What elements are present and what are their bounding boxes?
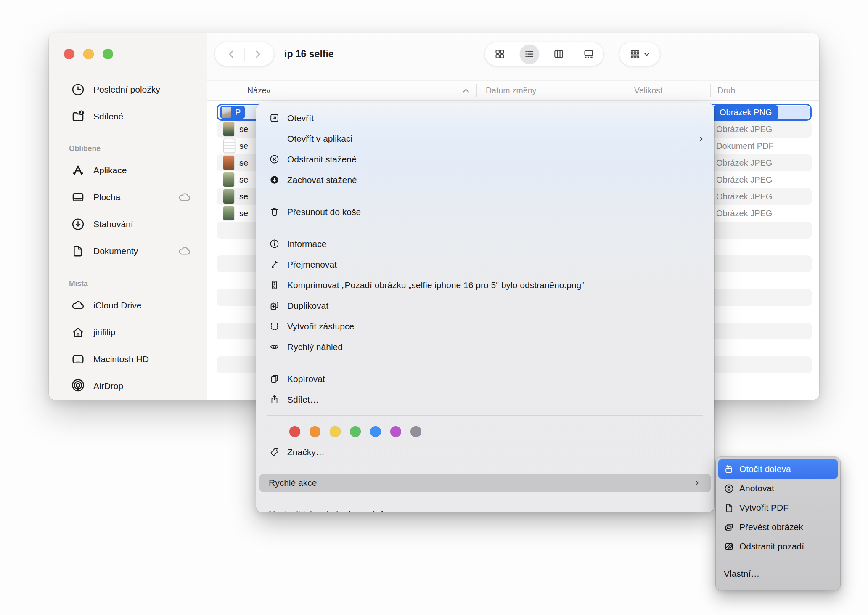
rename-pencil-icon [269, 259, 280, 270]
view-list-button[interactable] [515, 42, 544, 66]
tag-gray[interactable] [410, 426, 421, 437]
tag-yellow[interactable] [330, 426, 341, 437]
gallery-view-icon [583, 48, 594, 60]
menu-item-label: Komprimovat „Pozadí obrázku „selfie ipho… [287, 280, 584, 290]
menu-item-label: Duplikovat [287, 301, 328, 311]
quick-actions-submenu: Otočit doleva Anotovat Vytvořit PDF Přev… [716, 457, 840, 590]
submenu-item-remove-background[interactable]: Odstranit pozadí [718, 537, 838, 556]
file-thumbnail [223, 122, 234, 136]
column-header-kind[interactable]: Druh [717, 86, 735, 95]
chevron-right-icon [252, 49, 263, 60]
file-kind: Obrázek JPEG [716, 158, 772, 168]
cloud-icon [71, 299, 85, 313]
file-thumbnail [223, 189, 234, 204]
zoom-button[interactable] [103, 49, 113, 59]
file-name: se [239, 192, 248, 201]
submenu-item-annotate[interactable]: Anotovat [718, 479, 838, 498]
menu-separator [267, 468, 703, 468]
menu-item-move-to-trash[interactable]: Přesunout do koše [256, 201, 714, 222]
alias-icon [269, 321, 280, 331]
menu-item-duplicate[interactable]: Duplikovat [256, 295, 714, 316]
menu-item-label: Otevřít [287, 113, 314, 123]
sidebar-item-shared[interactable]: Sdílené [49, 107, 207, 126]
forward-button[interactable] [245, 42, 271, 66]
chevron-right-icon [693, 478, 701, 488]
remove-download-icon [269, 154, 280, 164]
chevron-down-icon [643, 50, 651, 58]
clock-icon [71, 83, 85, 97]
sidebar-item-desktop[interactable]: Plocha [49, 188, 207, 207]
back-button[interactable] [218, 42, 244, 66]
sidebar-item-label: Dokumenty [93, 246, 138, 256]
submenu-item-custom[interactable]: Vlastní… [718, 564, 838, 583]
close-button[interactable] [64, 49, 74, 59]
view-icons-button[interactable] [485, 42, 515, 66]
menu-item-rename[interactable]: Přejmenovat [256, 254, 714, 275]
keep-download-icon [269, 175, 280, 185]
file-kind: Obrázek JPEG [716, 125, 772, 134]
menu-item-quick-look[interactable]: Rychlý náhled [256, 337, 714, 357]
file-name: se [239, 158, 248, 168]
file-name: se [239, 175, 248, 185]
navigation-buttons [215, 42, 274, 66]
submenu-item-convert-image[interactable]: Převést obrázek [718, 517, 838, 537]
column-header-name[interactable]: Název [247, 86, 270, 95]
menu-item-make-alias[interactable]: Vytvořit zástupce [256, 316, 714, 337]
tag-red[interactable] [289, 426, 300, 437]
menu-item-label: Otevřít v aplikaci [287, 134, 352, 144]
sidebar-item-icloud-drive[interactable]: iCloud Drive [49, 296, 207, 315]
menu-item-tags[interactable]: Značky… [256, 442, 714, 462]
cloud-icon [178, 244, 191, 258]
menu-item-label: Značky… [287, 447, 325, 457]
sidebar-item-macintosh-hd[interactable]: Macintosh HD [49, 350, 207, 368]
cloud-icon [178, 191, 191, 204]
sidebar: Poslední položky Sdílené Oblíbené Aplika… [49, 33, 207, 400]
view-columns-button[interactable] [544, 42, 574, 66]
tag-blue[interactable] [370, 426, 381, 437]
file-thumbnail [223, 139, 235, 153]
menu-item-set-desktop-picture[interactable]: Nastavit jako obrázek na ploše [256, 504, 714, 512]
sidebar-item-applications[interactable]: Aplikace [49, 161, 207, 180]
file-name: se [239, 209, 248, 218]
submenu-item-label: Vytvořit PDF [739, 503, 789, 513]
menu-item-copy[interactable]: Kopírovat [256, 368, 714, 389]
menu-item-compress[interactable]: Komprimovat „Pozadí obrázku „selfie ipho… [256, 275, 714, 295]
sidebar-item-label: iCloud Drive [93, 300, 141, 310]
annotate-icon [724, 483, 734, 494]
remove-background-icon [724, 541, 734, 552]
file-kind: Obrázek JPEG [716, 192, 772, 201]
sidebar-item-documents[interactable]: Dokumenty [49, 242, 207, 260]
convert-image-icon [724, 522, 734, 533]
sidebar-item-airdrop[interactable]: AirDrop [49, 377, 207, 395]
sidebar-item-label: AirDrop [93, 381, 123, 391]
column-header-date[interactable]: Datum změny [486, 86, 536, 95]
window-title: ip 16 selfie [284, 42, 334, 66]
sidebar-item-label: Stahování [93, 219, 133, 229]
menu-item-keep-download[interactable]: Zachovat stažené [256, 170, 714, 190]
tag-green[interactable] [350, 426, 361, 437]
columns-view-icon [553, 48, 564, 60]
menu-item-open-with[interactable]: Otevřít v aplikaci [256, 128, 714, 149]
file-thumbnail [223, 172, 234, 187]
sort-ascending-icon [462, 88, 470, 93]
group-by-button[interactable] [619, 42, 660, 66]
menu-item-open[interactable]: Otevřít [256, 108, 714, 128]
column-header-size[interactable]: Velikost [634, 86, 662, 95]
sidebar-item-downloads[interactable]: Stahování [49, 215, 207, 233]
sidebar-item-home[interactable]: jirifilip [49, 323, 207, 342]
hdd-icon [71, 353, 85, 366]
view-gallery-button[interactable] [574, 42, 603, 66]
tag-orange[interactable] [310, 426, 320, 437]
file-kind-badge: Obrázek PNG [713, 105, 778, 119]
sidebar-item-recents[interactable]: Poslední položky [49, 80, 207, 99]
submenu-item-create-pdf[interactable]: Vytvořit PDF [718, 498, 838, 517]
menu-item-quick-actions[interactable]: Rychlé akce [259, 474, 711, 492]
tag-purple[interactable] [390, 426, 401, 437]
submenu-item-label: Odstranit pozadí [739, 541, 804, 551]
submenu-item-rotate-left[interactable]: Otočit doleva [718, 459, 838, 479]
menu-item-remove-download[interactable]: Odstranit stažené [256, 149, 714, 170]
menu-item-share[interactable]: Sdílet… [256, 389, 714, 410]
menu-item-get-info[interactable]: Informace [256, 233, 714, 254]
minimize-button[interactable] [83, 49, 94, 59]
file-thumbnail [222, 107, 231, 118]
